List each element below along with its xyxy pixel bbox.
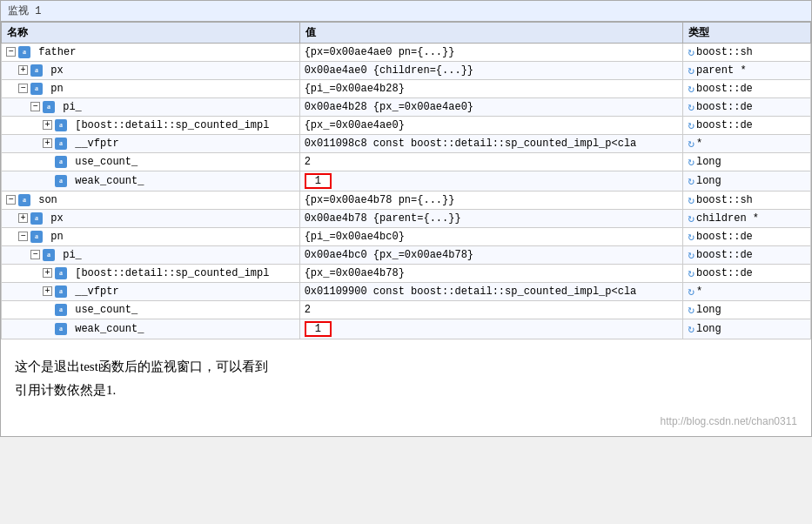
value-cell: {px_=0x00ae4b78} — [299, 265, 683, 283]
value-cell: {pi_=0x00ae4bc0} — [299, 228, 683, 246]
table-row: −a pn{pi_=0x00ae4bc0}↻boost::de — [2, 228, 811, 246]
table-body: −a father{px=0x00ae4ae0 pn={...}}↻boost:… — [2, 44, 811, 339]
name-cell: a weak_count_ — [2, 319, 300, 339]
highlight-value: 1 — [305, 321, 332, 337]
var-icon: a — [43, 101, 55, 113]
description-line2: 引用计数依然是1. — [15, 379, 797, 402]
type-cell: ↻long — [683, 171, 811, 191]
refresh-icon[interactable]: ↻ — [688, 174, 695, 188]
table-container: 名称 值 类型 −a father{px=0x00ae4ae0 pn={...}… — [1, 22, 811, 339]
type-cell: ↻boost::sh — [683, 44, 811, 62]
value-cell: 0x00ae4ae0 {children={...}} — [299, 62, 683, 80]
value-cell: 0x01109900 const boost::detail::sp_count… — [299, 283, 683, 301]
expand-button[interactable]: − — [30, 102, 40, 111]
type-cell: ↻boost::de — [683, 117, 811, 135]
var-icon: a — [43, 249, 55, 261]
value-cell: {px=0x00ae4ae0 pn={...}} — [299, 44, 683, 62]
refresh-icon[interactable]: ↻ — [688, 155, 695, 169]
type-cell: ↻boost::de — [683, 265, 811, 283]
expand-button[interactable]: − — [30, 250, 40, 259]
name-cell: +a px — [2, 210, 300, 228]
name-cell: +a px — [2, 62, 300, 80]
type-cell: ↻* — [683, 283, 811, 301]
value-cell: 0x011098c8 const boost::detail::sp_count… — [299, 135, 683, 153]
var-icon: a — [30, 64, 43, 77]
refresh-icon[interactable]: ↻ — [688, 230, 695, 244]
watermark: http://blog.csdn.net/chan0311 — [1, 411, 811, 436]
watch-table: 名称 值 类型 −a father{px=0x00ae4ae0 pn={...}… — [1, 22, 811, 339]
expand-button[interactable]: − — [6, 195, 16, 205]
table-row: +a __vfptr0x011098c8 const boost::detail… — [2, 135, 811, 153]
value-cell: 1 — [299, 319, 683, 339]
col-header-type: 类型 — [683, 23, 811, 44]
value-cell: 2 — [299, 153, 683, 171]
value-cell: 0x00ae4bc0 {px_=0x00ae4b78} — [299, 246, 683, 265]
value-cell: 0x00ae4b28 {px_=0x00ae4ae0} — [299, 98, 683, 117]
expand-button[interactable]: − — [6, 47, 16, 57]
name-cell: +a __vfptr — [2, 283, 300, 301]
name-cell: +a [boost::detail::sp_counted_impl — [2, 265, 300, 283]
type-cell: ↻* — [683, 135, 811, 153]
table-row: −a son{px=0x00ae4b78 pn={...}}↻boost::sh — [2, 191, 811, 210]
expand-button[interactable]: − — [18, 84, 28, 93]
table-row: a use_count_2↻long — [2, 153, 811, 171]
var-icon: a — [55, 286, 67, 298]
value-cell: 1 — [299, 171, 683, 191]
table-row: −a pi_0x00ae4bc0 {px_=0x00ae4b78}↻boost:… — [2, 246, 811, 265]
refresh-icon[interactable]: ↻ — [688, 266, 695, 280]
var-icon: a — [55, 119, 67, 131]
refresh-icon[interactable]: ↻ — [688, 137, 695, 151]
var-icon: a — [30, 83, 43, 95]
refresh-icon[interactable]: ↻ — [688, 303, 695, 317]
refresh-icon[interactable]: ↻ — [688, 248, 695, 262]
refresh-icon[interactable]: ↻ — [688, 285, 695, 299]
refresh-icon[interactable]: ↻ — [688, 193, 695, 207]
table-row: +a __vfptr0x01109900 const boost::detail… — [2, 283, 811, 301]
table-row: +a px0x00ae4b78 {parent={...}}↻children … — [2, 210, 811, 228]
type-cell: ↻boost::de — [683, 98, 811, 117]
type-cell: ↻boost::de — [683, 80, 811, 98]
description: 这个是退出test函数后的监视窗口，可以看到 引用计数依然是1. — [1, 339, 811, 411]
type-cell: ↻parent * — [683, 62, 811, 80]
expand-button[interactable]: + — [43, 268, 52, 278]
value-cell: 0x00ae4b78 {parent={...}} — [299, 210, 683, 228]
type-cell: ↻boost::de — [683, 246, 811, 265]
refresh-icon[interactable]: ↻ — [688, 118, 695, 132]
table-row: +a [boost::detail::sp_counted_impl{px_=0… — [2, 117, 811, 135]
var-icon: a — [55, 175, 67, 187]
description-line1: 这个是退出test函数后的监视窗口，可以看到 — [15, 355, 797, 379]
refresh-icon[interactable]: ↻ — [688, 45, 695, 59]
expand-button[interactable]: + — [18, 213, 28, 223]
var-icon: a — [30, 212, 43, 225]
expand-button[interactable]: + — [43, 138, 52, 148]
name-cell: +a __vfptr — [2, 135, 300, 153]
expand-button[interactable]: − — [18, 232, 28, 241]
name-cell: a use_count_ — [2, 301, 300, 319]
col-header-value: 值 — [299, 23, 683, 44]
expand-button[interactable]: + — [43, 120, 52, 130]
refresh-icon[interactable]: ↻ — [688, 322, 695, 336]
refresh-icon[interactable]: ↻ — [688, 82, 695, 96]
name-cell: a weak_count_ — [2, 171, 300, 191]
col-header-name: 名称 — [2, 23, 300, 44]
expand-button[interactable]: + — [18, 65, 28, 75]
name-cell: −a pn — [2, 228, 300, 246]
table-header-row: 名称 值 类型 — [2, 23, 811, 44]
refresh-icon[interactable]: ↻ — [688, 100, 695, 114]
table-row: a use_count_2↻long — [2, 301, 811, 319]
table-row: −a pi_0x00ae4b28 {px_=0x00ae4ae0}↻boost:… — [2, 98, 811, 117]
refresh-icon[interactable]: ↻ — [688, 212, 695, 225]
refresh-icon[interactable]: ↻ — [688, 64, 695, 77]
value-cell: {px_=0x00ae4ae0} — [299, 117, 683, 135]
var-icon: a — [18, 194, 30, 206]
window-title: 监视 1 — [8, 5, 41, 17]
name-cell: +a [boost::detail::sp_counted_impl — [2, 117, 300, 135]
type-cell: ↻long — [683, 319, 811, 339]
table-row: −a father{px=0x00ae4ae0 pn={...}}↻boost:… — [2, 44, 811, 62]
expand-button[interactable]: + — [43, 286, 52, 296]
var-icon: a — [55, 304, 67, 316]
type-cell: ↻long — [683, 301, 811, 319]
value-cell: 2 — [299, 301, 683, 319]
name-cell: −a father — [2, 44, 300, 62]
var-icon: a — [55, 156, 67, 168]
